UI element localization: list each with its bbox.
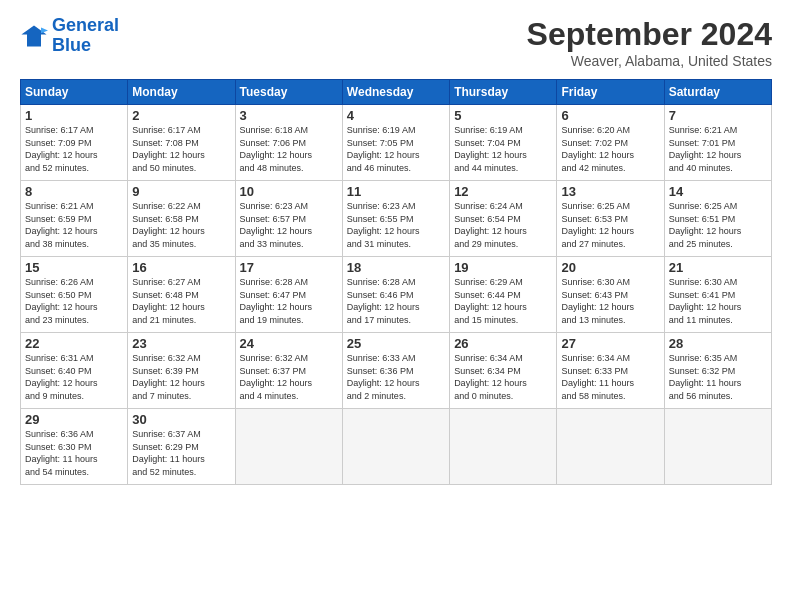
day-number: 26 bbox=[454, 336, 552, 351]
calendar-cell: 14Sunrise: 6:25 AM Sunset: 6:51 PM Dayli… bbox=[664, 181, 771, 257]
title-block: September 2024 Weaver, Alabama, United S… bbox=[527, 16, 772, 69]
location: Weaver, Alabama, United States bbox=[527, 53, 772, 69]
day-number: 29 bbox=[25, 412, 123, 427]
calendar-cell: 18Sunrise: 6:28 AM Sunset: 6:46 PM Dayli… bbox=[342, 257, 449, 333]
calendar-body: 1Sunrise: 6:17 AM Sunset: 7:09 PM Daylig… bbox=[21, 105, 772, 485]
day-info: Sunrise: 6:32 AM Sunset: 6:39 PM Dayligh… bbox=[132, 352, 230, 402]
day-info: Sunrise: 6:29 AM Sunset: 6:44 PM Dayligh… bbox=[454, 276, 552, 326]
calendar-cell: 15Sunrise: 6:26 AM Sunset: 6:50 PM Dayli… bbox=[21, 257, 128, 333]
day-number: 6 bbox=[561, 108, 659, 123]
month-title: September 2024 bbox=[527, 16, 772, 53]
day-info: Sunrise: 6:36 AM Sunset: 6:30 PM Dayligh… bbox=[25, 428, 123, 478]
calendar-cell: 2Sunrise: 6:17 AM Sunset: 7:08 PM Daylig… bbox=[128, 105, 235, 181]
header-day-sunday: Sunday bbox=[21, 80, 128, 105]
day-info: Sunrise: 6:25 AM Sunset: 6:51 PM Dayligh… bbox=[669, 200, 767, 250]
calendar-cell bbox=[235, 409, 342, 485]
logo: General Blue bbox=[20, 16, 119, 56]
calendar-cell bbox=[557, 409, 664, 485]
day-info: Sunrise: 6:28 AM Sunset: 6:47 PM Dayligh… bbox=[240, 276, 338, 326]
day-number: 7 bbox=[669, 108, 767, 123]
header-day-wednesday: Wednesday bbox=[342, 80, 449, 105]
day-info: Sunrise: 6:31 AM Sunset: 6:40 PM Dayligh… bbox=[25, 352, 123, 402]
day-info: Sunrise: 6:35 AM Sunset: 6:32 PM Dayligh… bbox=[669, 352, 767, 402]
calendar-cell: 30Sunrise: 6:37 AM Sunset: 6:29 PM Dayli… bbox=[128, 409, 235, 485]
day-number: 12 bbox=[454, 184, 552, 199]
day-number: 25 bbox=[347, 336, 445, 351]
calendar-cell: 25Sunrise: 6:33 AM Sunset: 6:36 PM Dayli… bbox=[342, 333, 449, 409]
day-number: 15 bbox=[25, 260, 123, 275]
calendar-cell: 24Sunrise: 6:32 AM Sunset: 6:37 PM Dayli… bbox=[235, 333, 342, 409]
day-number: 13 bbox=[561, 184, 659, 199]
calendar-cell: 21Sunrise: 6:30 AM Sunset: 6:41 PM Dayli… bbox=[664, 257, 771, 333]
header-row: SundayMondayTuesdayWednesdayThursdayFrid… bbox=[21, 80, 772, 105]
day-number: 30 bbox=[132, 412, 230, 427]
day-info: Sunrise: 6:24 AM Sunset: 6:54 PM Dayligh… bbox=[454, 200, 552, 250]
calendar-cell: 26Sunrise: 6:34 AM Sunset: 6:34 PM Dayli… bbox=[450, 333, 557, 409]
day-info: Sunrise: 6:17 AM Sunset: 7:08 PM Dayligh… bbox=[132, 124, 230, 174]
day-number: 21 bbox=[669, 260, 767, 275]
day-number: 5 bbox=[454, 108, 552, 123]
calendar-cell: 5Sunrise: 6:19 AM Sunset: 7:04 PM Daylig… bbox=[450, 105, 557, 181]
calendar-cell bbox=[664, 409, 771, 485]
week-row-1: 1Sunrise: 6:17 AM Sunset: 7:09 PM Daylig… bbox=[21, 105, 772, 181]
calendar-cell: 11Sunrise: 6:23 AM Sunset: 6:55 PM Dayli… bbox=[342, 181, 449, 257]
week-row-2: 8Sunrise: 6:21 AM Sunset: 6:59 PM Daylig… bbox=[21, 181, 772, 257]
day-number: 4 bbox=[347, 108, 445, 123]
day-number: 9 bbox=[132, 184, 230, 199]
week-row-5: 29Sunrise: 6:36 AM Sunset: 6:30 PM Dayli… bbox=[21, 409, 772, 485]
svg-marker-1 bbox=[41, 27, 48, 33]
calendar-cell: 16Sunrise: 6:27 AM Sunset: 6:48 PM Dayli… bbox=[128, 257, 235, 333]
day-number: 11 bbox=[347, 184, 445, 199]
day-info: Sunrise: 6:28 AM Sunset: 6:46 PM Dayligh… bbox=[347, 276, 445, 326]
day-info: Sunrise: 6:30 AM Sunset: 6:43 PM Dayligh… bbox=[561, 276, 659, 326]
calendar-header: SundayMondayTuesdayWednesdayThursdayFrid… bbox=[21, 80, 772, 105]
week-row-3: 15Sunrise: 6:26 AM Sunset: 6:50 PM Dayli… bbox=[21, 257, 772, 333]
calendar-table: SundayMondayTuesdayWednesdayThursdayFrid… bbox=[20, 79, 772, 485]
day-number: 3 bbox=[240, 108, 338, 123]
day-info: Sunrise: 6:32 AM Sunset: 6:37 PM Dayligh… bbox=[240, 352, 338, 402]
day-info: Sunrise: 6:23 AM Sunset: 6:57 PM Dayligh… bbox=[240, 200, 338, 250]
day-info: Sunrise: 6:20 AM Sunset: 7:02 PM Dayligh… bbox=[561, 124, 659, 174]
day-info: Sunrise: 6:17 AM Sunset: 7:09 PM Dayligh… bbox=[25, 124, 123, 174]
calendar-cell: 4Sunrise: 6:19 AM Sunset: 7:05 PM Daylig… bbox=[342, 105, 449, 181]
day-info: Sunrise: 6:33 AM Sunset: 6:36 PM Dayligh… bbox=[347, 352, 445, 402]
calendar-cell: 9Sunrise: 6:22 AM Sunset: 6:58 PM Daylig… bbox=[128, 181, 235, 257]
calendar-cell: 28Sunrise: 6:35 AM Sunset: 6:32 PM Dayli… bbox=[664, 333, 771, 409]
logo-icon bbox=[20, 22, 48, 50]
day-number: 27 bbox=[561, 336, 659, 351]
day-number: 16 bbox=[132, 260, 230, 275]
header-day-saturday: Saturday bbox=[664, 80, 771, 105]
calendar-cell: 27Sunrise: 6:34 AM Sunset: 6:33 PM Dayli… bbox=[557, 333, 664, 409]
logo-text: General Blue bbox=[52, 16, 119, 56]
calendar-cell: 6Sunrise: 6:20 AM Sunset: 7:02 PM Daylig… bbox=[557, 105, 664, 181]
header: General Blue September 2024 Weaver, Alab… bbox=[20, 16, 772, 69]
calendar-cell: 29Sunrise: 6:36 AM Sunset: 6:30 PM Dayli… bbox=[21, 409, 128, 485]
calendar-cell: 12Sunrise: 6:24 AM Sunset: 6:54 PM Dayli… bbox=[450, 181, 557, 257]
day-number: 22 bbox=[25, 336, 123, 351]
day-number: 19 bbox=[454, 260, 552, 275]
day-number: 14 bbox=[669, 184, 767, 199]
day-info: Sunrise: 6:18 AM Sunset: 7:06 PM Dayligh… bbox=[240, 124, 338, 174]
header-day-tuesday: Tuesday bbox=[235, 80, 342, 105]
calendar-cell: 17Sunrise: 6:28 AM Sunset: 6:47 PM Dayli… bbox=[235, 257, 342, 333]
calendar-cell: 19Sunrise: 6:29 AM Sunset: 6:44 PM Dayli… bbox=[450, 257, 557, 333]
day-info: Sunrise: 6:21 AM Sunset: 7:01 PM Dayligh… bbox=[669, 124, 767, 174]
day-info: Sunrise: 6:30 AM Sunset: 6:41 PM Dayligh… bbox=[669, 276, 767, 326]
day-number: 20 bbox=[561, 260, 659, 275]
calendar-cell bbox=[450, 409, 557, 485]
day-number: 10 bbox=[240, 184, 338, 199]
page: General Blue September 2024 Weaver, Alab… bbox=[0, 0, 792, 612]
day-number: 28 bbox=[669, 336, 767, 351]
day-info: Sunrise: 6:22 AM Sunset: 6:58 PM Dayligh… bbox=[132, 200, 230, 250]
day-number: 2 bbox=[132, 108, 230, 123]
day-info: Sunrise: 6:34 AM Sunset: 6:33 PM Dayligh… bbox=[561, 352, 659, 402]
header-day-thursday: Thursday bbox=[450, 80, 557, 105]
day-number: 24 bbox=[240, 336, 338, 351]
day-info: Sunrise: 6:26 AM Sunset: 6:50 PM Dayligh… bbox=[25, 276, 123, 326]
calendar-cell: 23Sunrise: 6:32 AM Sunset: 6:39 PM Dayli… bbox=[128, 333, 235, 409]
week-row-4: 22Sunrise: 6:31 AM Sunset: 6:40 PM Dayli… bbox=[21, 333, 772, 409]
calendar-cell: 7Sunrise: 6:21 AM Sunset: 7:01 PM Daylig… bbox=[664, 105, 771, 181]
day-info: Sunrise: 6:19 AM Sunset: 7:05 PM Dayligh… bbox=[347, 124, 445, 174]
day-info: Sunrise: 6:23 AM Sunset: 6:55 PM Dayligh… bbox=[347, 200, 445, 250]
calendar-cell: 8Sunrise: 6:21 AM Sunset: 6:59 PM Daylig… bbox=[21, 181, 128, 257]
